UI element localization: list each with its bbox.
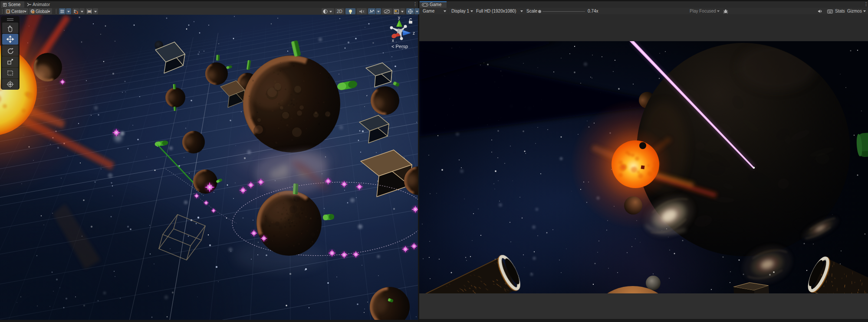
svg-text:< Persp: < Persp: [391, 44, 408, 49]
svg-text:y: y: [398, 15, 400, 20]
svg-text:z: z: [413, 31, 415, 36]
svg-text:x: x: [392, 38, 394, 43]
